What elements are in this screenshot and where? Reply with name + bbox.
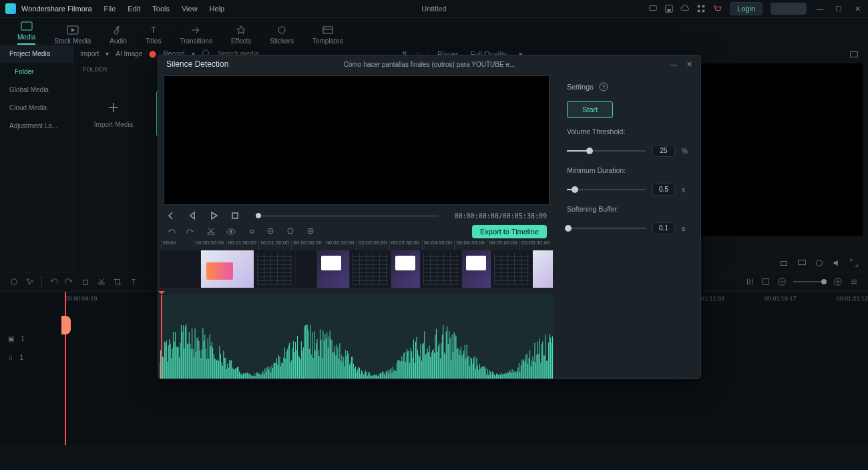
svg-rect-18 — [851, 52, 858, 57]
select-icon[interactable] — [25, 277, 35, 286]
delete-icon[interactable] — [81, 277, 90, 286]
zoom-fit-icon[interactable] — [286, 227, 296, 236]
zoom-out-icon[interactable] — [266, 227, 276, 236]
text-tool-icon[interactable]: T — [129, 277, 138, 286]
camera-icon[interactable] — [780, 258, 789, 268]
svg-rect-0 — [650, 6, 657, 11]
menu-help[interactable]: Help — [210, 5, 225, 13]
effects-icon — [235, 25, 247, 35]
transitions-icon — [190, 25, 202, 35]
import-media-tile[interactable]: Import Media — [87, 90, 140, 137]
clip-handle[interactable] — [61, 316, 71, 334]
tab-audio[interactable]: Audio — [110, 25, 127, 45]
window-maximize-icon[interactable]: ☐ — [833, 5, 844, 13]
progress-track[interactable] — [256, 215, 439, 217]
modal-playhead[interactable] — [161, 295, 162, 379]
tab-transitions-label: Transitions — [180, 37, 212, 45]
softening-buffer-slider[interactable] — [567, 228, 646, 229]
stickers-icon — [276, 25, 288, 35]
svg-rect-6 — [702, 10, 705, 13]
login-button[interactable]: Login — [730, 2, 763, 15]
cloud-icon[interactable] — [680, 4, 690, 13]
crop-icon[interactable] — [113, 277, 122, 286]
undo-icon[interactable] — [166, 227, 176, 236]
apps-icon[interactable] — [696, 4, 706, 13]
zoom-in-icon[interactable] — [833, 277, 843, 286]
scissors-icon[interactable] — [206, 227, 216, 236]
tab-stickers[interactable]: Stickers — [270, 25, 294, 45]
snapshot-icon[interactable] — [849, 49, 859, 59]
link-icon[interactable] — [246, 227, 256, 236]
frame-back-icon[interactable] — [188, 211, 197, 220]
window-close-icon[interactable]: ✕ — [852, 5, 863, 13]
start-button[interactable]: Start — [567, 101, 613, 118]
import-dropdown[interactable]: Import — [80, 50, 99, 57]
ruler-tick: 00:03:00:00 — [357, 240, 389, 250]
zoom-in-icon[interactable] — [306, 227, 316, 236]
expand-icon[interactable] — [849, 258, 859, 268]
tab-effects-label: Effects — [231, 37, 251, 45]
svg-rect-12 — [323, 27, 333, 33]
svg-marker-40 — [212, 212, 217, 219]
svg-text:T: T — [151, 25, 156, 35]
device-icon[interactable] — [648, 4, 658, 13]
cart-icon[interactable] — [712, 4, 722, 13]
ruler-tick: 00:05:30:00 — [519, 240, 552, 250]
tab-templates[interactable]: Templates — [312, 25, 343, 45]
sidebar-item-folder[interactable]: Folder — [0, 63, 73, 81]
tab-effects[interactable]: Effects — [231, 25, 251, 45]
volume-icon[interactable] — [832, 258, 841, 268]
window-minimize-icon[interactable]: — — [815, 5, 825, 13]
progress-handle[interactable] — [256, 213, 261, 218]
step-back-icon[interactable] — [166, 211, 176, 220]
redo-icon[interactable] — [65, 277, 74, 286]
eye-icon[interactable] — [226, 227, 236, 236]
save-icon[interactable] — [664, 4, 674, 13]
svg-marker-39 — [190, 212, 194, 219]
dialog-minimize-icon[interactable]: — — [670, 60, 677, 69]
settings-icon[interactable] — [9, 277, 19, 286]
track-video-icon[interactable]: ▣ — [8, 335, 14, 342]
mixer-icon[interactable] — [745, 277, 754, 286]
min-duration-value[interactable]: 0.5 — [652, 184, 675, 196]
help-icon[interactable]: ? — [599, 82, 608, 91]
svg-rect-30 — [763, 279, 769, 285]
export-button[interactable] — [771, 3, 807, 15]
track-audio-icon[interactable]: ♫ — [8, 354, 13, 361]
cut-icon[interactable] — [97, 277, 106, 286]
zoom-out-icon[interactable] — [777, 277, 787, 286]
sidebar-item-global[interactable]: Global Media — [0, 81, 73, 99]
sidebar-item-adjustment[interactable]: Adjustment La... — [0, 117, 73, 135]
ruler-tick: 00:04:30:00 — [454, 240, 487, 250]
menu-tools[interactable]: Tools — [152, 5, 170, 13]
display-icon[interactable] — [797, 258, 807, 268]
list-icon[interactable] — [849, 277, 859, 286]
markers-icon[interactable] — [761, 277, 771, 286]
tab-media[interactable]: Media — [17, 21, 35, 45]
redo-icon[interactable] — [186, 227, 196, 236]
audio-waveform[interactable] — [158, 295, 555, 379]
svg-marker-9 — [71, 28, 75, 32]
menu-view[interactable]: View — [182, 5, 198, 13]
menu-edit[interactable]: Edit — [128, 5, 140, 13]
ai-image-button[interactable]: AI Image — [116, 50, 142, 57]
tab-transitions[interactable]: Transitions — [180, 25, 212, 45]
tab-titles[interactable]: TTitles — [146, 25, 162, 45]
undo-icon[interactable] — [49, 277, 58, 286]
min-duration-slider[interactable] — [567, 189, 646, 190]
volume-threshold-slider[interactable] — [567, 150, 646, 152]
tab-stock[interactable]: Stock Media — [54, 25, 91, 45]
menu-file[interactable]: File — [104, 5, 116, 13]
dialog-close-icon[interactable]: ✕ — [686, 60, 692, 69]
softening-buffer-value[interactable]: 0.1 — [652, 222, 675, 234]
play-icon[interactable] — [209, 211, 218, 220]
sidebar-item-cloud[interactable]: Cloud Media — [0, 99, 73, 117]
record-icon[interactable] — [815, 258, 824, 268]
sidebar-item-project-media[interactable]: Project Media — [0, 45, 73, 63]
ruler-tick: 00:03:30:00 — [389, 240, 422, 250]
timeline-playhead[interactable] — [65, 292, 66, 445]
video-thumbnail-strip[interactable] — [158, 250, 555, 295]
volume-threshold-value[interactable]: 25 — [652, 145, 675, 157]
stop-icon[interactable] — [230, 211, 240, 220]
export-to-timeline-button[interactable]: Export to Timeline — [472, 225, 547, 238]
